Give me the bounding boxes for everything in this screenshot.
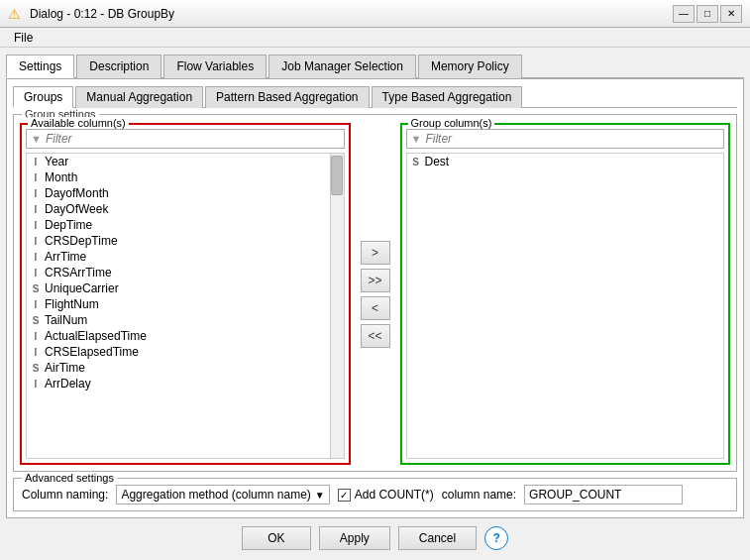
dropdown-arrow-icon: ▼ <box>315 490 325 501</box>
title-bar: ⚠ Dialog - 0:12 - DB GroupBy — □ ✕ <box>0 0 750 28</box>
add-one-button[interactable]: > <box>361 241 390 265</box>
column-name-label: column name: <box>442 488 516 502</box>
app-icon: ⚠ <box>8 6 24 22</box>
list-item[interactable]: SUniqueCarrier <box>27 280 330 296</box>
list-item[interactable]: ICRSArrTime <box>27 265 330 280</box>
list-item[interactable]: IActualElapsedTime <box>27 328 330 344</box>
remove-all-button[interactable]: << <box>361 324 390 348</box>
list-item[interactable]: IMonth <box>27 169 330 185</box>
list-item[interactable]: IDayofMonth <box>27 185 330 201</box>
bottom-buttons: OK Apply Cancel ? <box>6 518 744 554</box>
scrollbar-track[interactable] <box>330 154 344 458</box>
list-item[interactable]: IArrTime <box>27 249 330 265</box>
column-naming-label: Column naming: <box>22 488 108 502</box>
available-columns-panel: Available column(s) ▼ IYear IMonth IDayo… <box>20 123 351 465</box>
advanced-settings-row: Column naming: Aggregation method (colum… <box>22 485 728 504</box>
list-item[interactable]: IYear <box>27 154 330 169</box>
close-button[interactable]: ✕ <box>720 5 742 23</box>
group-filter-box[interactable]: ▼ <box>406 129 725 149</box>
arrow-buttons: > >> < << <box>357 123 394 465</box>
list-item[interactable]: STailNum <box>27 312 330 328</box>
outer-tab-bar: Settings Description Flow Variables Job … <box>6 54 744 78</box>
tab-flow-variables[interactable]: Flow Variables <box>163 55 267 78</box>
minimize-button[interactable]: — <box>673 5 695 23</box>
list-item[interactable]: SDest <box>407 154 724 169</box>
tab-memory-policy[interactable]: Memory Policy <box>418 55 522 78</box>
scrollbar-thumb[interactable] <box>331 156 343 195</box>
help-button[interactable]: ? <box>484 526 508 550</box>
advanced-settings-box: Advanced settings Column naming: Aggrega… <box>13 478 737 511</box>
list-item[interactable]: ICRSDepTime <box>27 233 330 249</box>
add-count-label: Add COUNT(*) <box>355 488 434 502</box>
filter-icon-2: ▼ <box>411 133 422 145</box>
settings-panel: Groups Manual Aggregation Pattern Based … <box>6 78 744 518</box>
inner-tab-type[interactable]: Type Based Aggregation <box>372 86 523 108</box>
list-item[interactable]: IDepTime <box>27 217 330 233</box>
inner-tab-manual[interactable]: Manual Aggregation <box>75 86 203 108</box>
title-bar-left: ⚠ Dialog - 0:12 - DB GroupBy <box>8 6 174 22</box>
group-settings-box: Group settings Available column(s) ▼ IYe… <box>13 114 737 472</box>
list-item[interactable]: IFlightNum <box>27 296 330 312</box>
title-controls: — □ ✕ <box>673 5 742 23</box>
list-item[interactable]: ICRSElapsedTime <box>27 344 330 360</box>
inner-tab-pattern[interactable]: Pattern Based Aggregation <box>205 86 369 108</box>
column-naming-dropdown[interactable]: Aggregation method (column name) ▼ <box>116 485 329 504</box>
add-count-checkbox[interactable] <box>338 489 351 502</box>
apply-button[interactable]: Apply <box>319 526 390 550</box>
group-columns-list[interactable]: SDest <box>406 153 725 459</box>
list-item[interactable]: IArrDelay <box>27 376 330 392</box>
inner-tab-bar: Groups Manual Aggregation Pattern Based … <box>13 85 737 108</box>
group-filter-input[interactable] <box>425 132 719 146</box>
add-all-button[interactable]: >> <box>361 269 390 292</box>
tab-job-manager[interactable]: Job Manager Selection <box>268 55 416 78</box>
add-count-checkbox-label: Add COUNT(*) <box>338 488 434 502</box>
cancel-button[interactable]: Cancel <box>398 526 477 550</box>
column-name-input[interactable] <box>524 485 683 504</box>
available-columns-label: Available column(s) <box>28 117 129 129</box>
tab-description[interactable]: Description <box>76 55 161 78</box>
available-filter-input[interactable] <box>46 132 340 146</box>
ok-button[interactable]: OK <box>242 526 311 550</box>
columns-area: Available column(s) ▼ IYear IMonth IDayo… <box>20 123 730 465</box>
window-title: Dialog - 0:12 - DB GroupBy <box>30 7 174 21</box>
list-item[interactable]: IDayOfWeek <box>27 201 330 217</box>
group-columns-panel: Group column(s) ▼ SDest <box>400 123 731 465</box>
main-container: Settings Description Flow Variables Job … <box>0 48 750 560</box>
list-item[interactable]: SAirTime <box>27 360 330 376</box>
advanced-settings-label: Advanced settings <box>22 472 117 484</box>
available-columns-list[interactable]: IYear IMonth IDayofMonth IDayOfWeek IDep… <box>26 153 345 459</box>
available-filter-box[interactable]: ▼ <box>26 129 345 149</box>
remove-one-button[interactable]: < <box>361 296 390 320</box>
file-menu[interactable]: File <box>8 30 39 46</box>
inner-tab-groups[interactable]: Groups <box>13 86 73 108</box>
group-columns-label: Group column(s) <box>408 117 495 129</box>
filter-icon: ▼ <box>31 133 42 145</box>
column-naming-value: Aggregation method (column name) <box>121 488 310 502</box>
tab-settings[interactable]: Settings <box>6 55 74 78</box>
menubar: File <box>0 28 750 48</box>
maximize-button[interactable]: □ <box>696 5 718 23</box>
